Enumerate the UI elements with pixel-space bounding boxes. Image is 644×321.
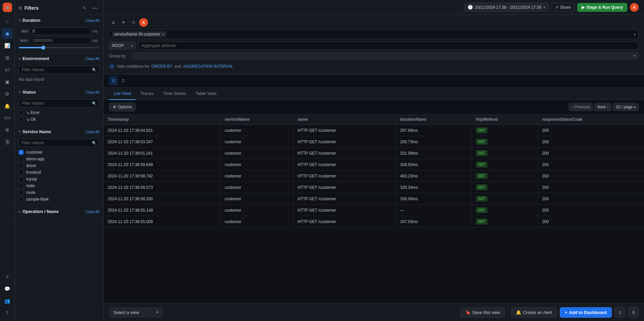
duration-range-slider[interactable] (19, 47, 99, 48)
nav-home[interactable]: ⌂ (2, 16, 13, 27)
environment-section-header[interactable]: ▾ Environment Clear All (15, 53, 103, 64)
table-row[interactable]: 2024-11-20 17:39:03.347 customer HTTP GE… (104, 136, 644, 148)
order-by-link[interactable]: ORDER BY (151, 64, 172, 69)
nav-help[interactable]: ? (2, 308, 13, 318)
table-row[interactable]: 2024-11-20 17:39:04.821 customer HTTP GE… (104, 125, 644, 136)
brand-logo[interactable]: ◉ (3, 3, 12, 12)
next-button[interactable]: Next › (594, 103, 611, 111)
nav-settings[interactable]: ⚙ (2, 89, 13, 99)
service-name-section-header[interactable]: ▾ Service Name Clear All (15, 126, 103, 137)
duration-range-thumb[interactable] (41, 46, 45, 50)
nav-shield[interactable]: ⛨ (2, 125, 13, 136)
service-name-item[interactable]: frontend (19, 169, 99, 176)
service-name-search-input[interactable] (19, 139, 99, 147)
table-row[interactable]: 2024-11-20 17:38:59.649 customer HTTP GE… (104, 159, 644, 170)
status-search-input[interactable] (19, 99, 99, 107)
status-ok-item[interactable]: ↘ Ok (19, 116, 99, 123)
nav-tag[interactable]: 🏷 (2, 64, 13, 75)
page-size-selector[interactable]: 10 / page ▾ (613, 103, 639, 111)
table-row[interactable]: 2024-11-20 17:38:55.009 customer HTTP GE… (104, 216, 644, 227)
service-name-checkbox[interactable] (19, 150, 23, 155)
noop-select[interactable]: NOOP ▾ (109, 42, 136, 50)
service-name-item[interactable]: driver (19, 162, 99, 169)
duration-section-header[interactable]: ▾ Duration Clear All (15, 15, 103, 25)
user-avatar[interactable]: A (630, 3, 639, 12)
nav-activity[interactable]: ◉ (2, 28, 13, 39)
status-ok-checkbox[interactable] (19, 117, 23, 122)
eye-button[interactable]: 👁 (119, 18, 128, 27)
collapse-sidebar-button[interactable]: ⟵ (91, 4, 99, 12)
options-button[interactable]: ⚙ Options (109, 103, 136, 111)
service-name-clear-button[interactable]: Clear All (86, 130, 99, 134)
table-row[interactable]: 2024-11-20 17:38:55.149 customer HTTP GE… (104, 205, 644, 216)
tag-filter-row[interactable]: serviceName IN customer ✕ ▾ (109, 30, 639, 39)
previous-button[interactable]: ‹ Previous (569, 103, 593, 111)
list-view-icon-button[interactable]: ☰ (109, 76, 118, 85)
nav-database[interactable]: 🗄 (2, 137, 13, 148)
time-range-button[interactable]: 🕐 20/11/2024 17:38 - 20/11/2024 17:39 ▾ (464, 3, 549, 12)
info-icon-button[interactable]: ℹ (614, 307, 625, 318)
table-row[interactable]: 2024-11-20 17:38:58.200 customer HTTP GE… (104, 193, 644, 205)
col-service-name[interactable]: serviceName (221, 114, 293, 125)
status-error-checkbox[interactable] (19, 110, 23, 115)
status-error-item[interactable]: ↘ Error (19, 109, 99, 116)
service-name-item[interactable]: mysql (19, 176, 99, 182)
table-row[interactable]: 2024-11-20 17:38:58.742 customer HTTP GE… (104, 170, 644, 182)
export-icon-button[interactable]: ⬇ (628, 307, 639, 318)
tab-list-view[interactable]: List View (109, 88, 136, 100)
service-name-item[interactable]: redis (19, 182, 99, 189)
save-view-button[interactable]: 🔖 Save this view (460, 307, 505, 318)
col-response-status-code[interactable]: responseStatusCode (538, 114, 644, 125)
aggregation-interval-link[interactable]: AGGREGATION INTERVAL (183, 64, 233, 69)
service-name-checkbox[interactable] (19, 177, 23, 181)
service-name-checkbox[interactable] (19, 157, 23, 161)
create-alert-button[interactable]: 🔔 Create an Alert (511, 307, 557, 318)
service-name-item[interactable]: route (19, 189, 99, 196)
nav-sliders[interactable]: ≡ (2, 271, 13, 282)
run-query-button[interactable]: ▶ Stage & Run Query (577, 3, 627, 12)
add-conditions-button[interactable]: + (109, 63, 115, 69)
col-timestamp[interactable]: Timestamp (104, 114, 221, 125)
service-name-checkbox[interactable] (19, 170, 23, 175)
service-name-item[interactable]: customer (19, 149, 99, 156)
sigma-icon-button[interactable]: Σ (119, 76, 128, 85)
status-section-header[interactable]: ▾ Status Clear All (15, 87, 103, 97)
operation-name-section-header[interactable]: ▸ Operation / Name Clear All (15, 206, 103, 217)
nav-users[interactable]: 👥 (2, 296, 13, 306)
nav-layers[interactable]: ⊞ (2, 52, 13, 63)
status-clear-button[interactable]: Clear All (86, 90, 99, 94)
duration-min-input[interactable] (30, 28, 91, 35)
table-row[interactable]: 2024-11-20 17:39:01.241 customer HTTP GE… (104, 148, 644, 159)
service-name-checkbox[interactable] (19, 163, 23, 168)
share-button[interactable]: ↗ Share (551, 3, 575, 12)
operation-name-clear-button[interactable]: Clear All (86, 210, 99, 214)
tab-traces[interactable]: Traces (136, 88, 158, 100)
duration-max-input[interactable] (30, 37, 91, 44)
service-name-checkbox[interactable] (19, 183, 23, 188)
copy-button[interactable]: ⎘ (129, 18, 138, 27)
service-name-item[interactable]: sample-flask (19, 196, 99, 203)
select-view-dropdown[interactable]: Select a view ▾ (109, 308, 163, 317)
col-duration-nano[interactable]: durationNano (396, 114, 472, 125)
environment-clear-button[interactable]: Clear All (86, 57, 99, 61)
tab-table-view[interactable]: Table View (191, 88, 221, 100)
add-dashboard-button[interactable]: + Add to Dashboard (560, 307, 612, 318)
refresh-filters-button[interactable]: ↻ (80, 4, 89, 12)
col-name[interactable]: name (293, 114, 396, 125)
service-name-checkbox[interactable] (19, 190, 23, 195)
tag-chip-remove-button[interactable]: ✕ (162, 33, 164, 36)
service-name-checkbox[interactable] (19, 197, 23, 202)
aggregate-attribute-input[interactable] (139, 42, 639, 50)
duration-clear-button[interactable]: Clear All (86, 18, 99, 22)
col-http-method[interactable]: httpMethod (472, 114, 538, 125)
query-a-button[interactable]: A (139, 18, 148, 27)
nav-code[interactable]: </> (2, 113, 13, 123)
nav-chart[interactable]: 📊 (2, 40, 13, 51)
nav-bell[interactable]: 🔔 (2, 101, 13, 111)
service-name-item[interactable]: demo-app (19, 156, 99, 162)
nav-grid[interactable]: ▣ (2, 76, 13, 87)
tab-time-series[interactable]: Time Series (158, 88, 191, 100)
groupby-select[interactable]: ▾ (132, 52, 639, 59)
collapse-query-button[interactable]: ⇊ (109, 18, 118, 27)
table-row[interactable]: 2024-11-20 17:38:58.573 customer HTTP GE… (104, 182, 644, 193)
